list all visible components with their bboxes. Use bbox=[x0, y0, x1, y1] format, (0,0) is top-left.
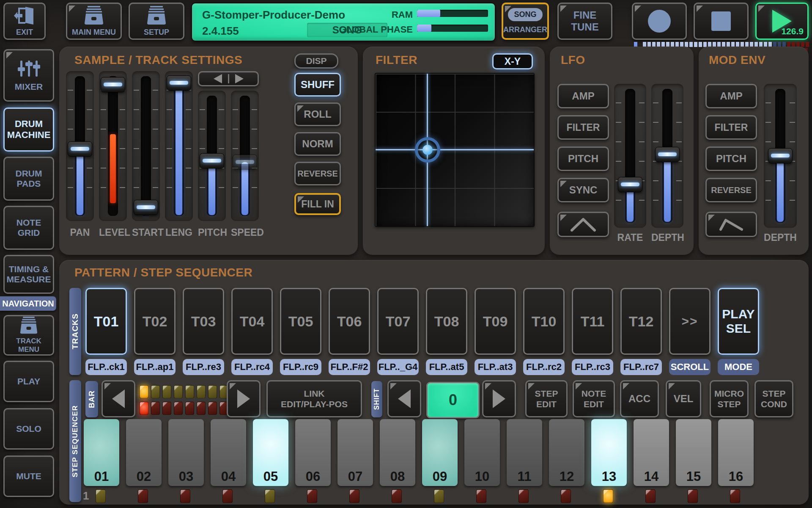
track-scroll-button[interactable]: >> bbox=[669, 288, 710, 355]
exit-button[interactable]: EXIT bbox=[3, 3, 46, 40]
main-menu-button[interactable]: MAIN MENU bbox=[66, 3, 122, 40]
track-button-t09[interactable]: T09 bbox=[475, 288, 516, 355]
step-cond-button[interactable]: STEP COND bbox=[754, 380, 793, 417]
track-button-t02[interactable]: T02 bbox=[134, 288, 176, 355]
track-sample-label[interactable]: FLP..at5 bbox=[426, 359, 467, 375]
step-cell-10[interactable]: 10 bbox=[464, 419, 500, 486]
leng-fader[interactable] bbox=[165, 71, 193, 221]
lfo-filter-button[interactable]: FILTER bbox=[557, 115, 609, 140]
lfo-sync-button[interactable]: SYNC bbox=[557, 178, 609, 202]
start-fader[interactable] bbox=[132, 71, 160, 221]
track-sample-label[interactable]: FLP.._G4 bbox=[377, 359, 419, 375]
step-edit-button[interactable]: STEP EDIT bbox=[525, 380, 568, 417]
shift-left-button[interactable] bbox=[387, 380, 421, 417]
lfo-depth-fader[interactable] bbox=[651, 84, 683, 228]
step-cell-01[interactable]: 01 bbox=[84, 419, 119, 486]
lfo-rate-fader[interactable] bbox=[614, 84, 646, 228]
step-cell-16[interactable]: 16 bbox=[718, 419, 754, 486]
level-fader[interactable] bbox=[99, 71, 127, 221]
track-sample-label[interactable]: FLP..rc9 bbox=[280, 359, 321, 375]
play-button[interactable]: 126.9 bbox=[755, 3, 809, 40]
mod-env-shape-button[interactable] bbox=[705, 212, 757, 237]
step-cell-11[interactable]: 11 bbox=[507, 419, 542, 486]
xy-mode-button[interactable]: X-Y bbox=[492, 53, 533, 69]
bar-next-button[interactable] bbox=[227, 380, 261, 417]
track-button-t05[interactable]: T05 bbox=[280, 288, 321, 355]
track-button-t08[interactable]: T08 bbox=[426, 288, 467, 355]
lfo-pitch-button[interactable]: PITCH bbox=[557, 146, 609, 171]
mod-env-pitch-button[interactable]: PITCH bbox=[705, 146, 757, 171]
roll-button[interactable]: ROLL bbox=[294, 102, 341, 126]
sample-prev-next-button[interactable] bbox=[198, 71, 259, 86]
step-cell-09[interactable]: 09 bbox=[422, 419, 458, 486]
stop-button[interactable] bbox=[694, 3, 749, 40]
track-button-t10[interactable]: T10 bbox=[523, 288, 565, 355]
vel-button[interactable]: VEL bbox=[666, 380, 701, 417]
fill-in-button[interactable]: FILL IN bbox=[294, 193, 341, 215]
track-sample-label[interactable]: FLP..ap1 bbox=[134, 359, 176, 375]
speed-fader[interactable] bbox=[231, 91, 259, 221]
micro-step-button[interactable]: MICRO STEP bbox=[710, 380, 749, 417]
link-edit-play-pos-button[interactable]: LINK EDIT/PLAY-POS bbox=[266, 380, 362, 417]
play-sel-mode-button[interactable]: PLAY SEL bbox=[718, 288, 759, 355]
sidebar-item-track-menu[interactable]: TRACK MENU bbox=[3, 315, 54, 356]
fine-tune-button[interactable]: FINE TUNE bbox=[557, 3, 612, 40]
shift-right-button[interactable] bbox=[482, 380, 516, 417]
note-edit-button[interactable]: NOTE EDIT bbox=[573, 380, 615, 417]
sidebar-item-mixer[interactable]: MIXER bbox=[3, 49, 54, 102]
track-button-t12[interactable]: T12 bbox=[620, 288, 662, 355]
mod-env-reverse-button[interactable]: REVERSE bbox=[705, 178, 757, 202]
shift-value-display[interactable]: 0 bbox=[426, 382, 480, 418]
sidebar-item-timing-measure[interactable]: TIMING & MEASURE bbox=[3, 255, 54, 294]
sidebar-item-play[interactable]: PLAY bbox=[3, 361, 54, 402]
step-cell-07[interactable]: 07 bbox=[337, 419, 373, 486]
step-cell-05[interactable]: 05 bbox=[253, 419, 288, 486]
track-sample-label[interactable]: FLP..rc3 bbox=[572, 359, 613, 375]
pitch-fader[interactable] bbox=[198, 91, 226, 221]
norm-button[interactable]: NORM bbox=[294, 132, 341, 156]
track-sample-label[interactable]: FLP..re3 bbox=[183, 359, 224, 375]
sidebar-item-solo[interactable]: SOLO bbox=[3, 408, 54, 450]
sidebar-item-mute[interactable]: MUTE bbox=[3, 456, 54, 497]
filter-xy-pad[interactable] bbox=[375, 73, 535, 227]
track-sample-label[interactable]: FLP..F#2 bbox=[329, 359, 370, 375]
lfo-amp-button[interactable]: AMP bbox=[557, 84, 609, 108]
shuff-button[interactable]: SHUFF bbox=[294, 73, 341, 97]
mod-env-depth-fader[interactable] bbox=[764, 84, 797, 228]
step-cell-14[interactable]: 14 bbox=[634, 419, 669, 486]
sidebar-item-note-grid[interactable]: NOTE GRID bbox=[3, 206, 54, 250]
mod-env-amp-button[interactable]: AMP bbox=[705, 84, 757, 108]
track-sample-label[interactable]: FLP..rc4 bbox=[231, 359, 273, 375]
sidebar-item-drum-machine[interactable]: DRUM MACHINE bbox=[3, 108, 54, 152]
song-arranger-button[interactable]: SONG ARRANGER bbox=[502, 3, 549, 40]
reverse-button[interactable]: REVERSE bbox=[294, 162, 341, 185]
track-button-t11[interactable]: T11 bbox=[572, 288, 613, 355]
track-button-t06[interactable]: T06 bbox=[329, 288, 370, 355]
xy-cursor[interactable] bbox=[415, 137, 440, 163]
record-button[interactable] bbox=[632, 3, 687, 40]
track-button-t03[interactable]: T03 bbox=[183, 288, 224, 355]
step-cell-15[interactable]: 15 bbox=[676, 419, 711, 486]
track-button-t04[interactable]: T04 bbox=[231, 288, 273, 355]
step-cell-13[interactable]: 13 bbox=[591, 419, 627, 486]
setup-button[interactable]: SETUP bbox=[129, 3, 184, 40]
disp-button[interactable]: DISP bbox=[294, 53, 338, 69]
mod-env-filter-button[interactable]: FILTER bbox=[705, 115, 757, 140]
step-cell-12[interactable]: 12 bbox=[549, 419, 584, 486]
step-cell-06[interactable]: 06 bbox=[295, 419, 331, 486]
step-cell-03[interactable]: 03 bbox=[168, 419, 204, 486]
step-cell-02[interactable]: 02 bbox=[126, 419, 162, 486]
track-button-t07[interactable]: T07 bbox=[377, 288, 419, 355]
pan-fader[interactable] bbox=[66, 71, 94, 221]
track-sample-label[interactable]: FLP..rc7 bbox=[620, 359, 662, 375]
acc-button[interactable]: ACC bbox=[620, 380, 659, 417]
step-cell-08[interactable]: 08 bbox=[380, 419, 415, 486]
step-cell-04[interactable]: 04 bbox=[211, 419, 246, 486]
sidebar-item-drum-pads[interactable]: DRUM PADS bbox=[3, 157, 54, 201]
track-button-t01[interactable]: T01 bbox=[85, 288, 127, 355]
lfo-waveform-button[interactable] bbox=[557, 212, 609, 237]
track-sample-label[interactable]: FLP..ck1 bbox=[85, 359, 127, 375]
track-sample-label[interactable]: FLP..at3 bbox=[475, 359, 516, 375]
track-sample-label[interactable]: FLP..rc2 bbox=[523, 359, 565, 375]
bar-prev-button[interactable] bbox=[102, 380, 135, 417]
